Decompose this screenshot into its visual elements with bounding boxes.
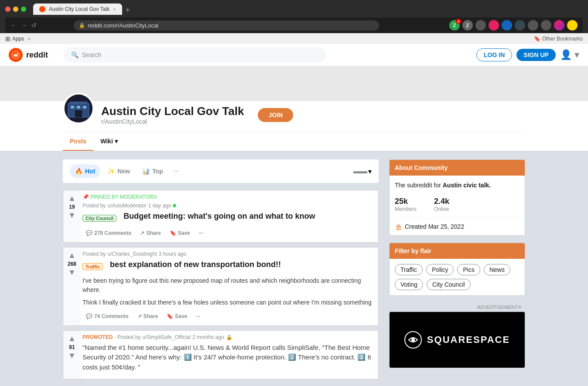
join-button[interactable]: JOIN: [258, 108, 293, 122]
post-promoted-text[interactable]: "Named the #1 home security...again! U.S…: [82, 343, 375, 372]
active-tab[interactable]: Austin City Local Gov Talk ×: [33, 3, 122, 15]
extension-8[interactable]: [541, 20, 551, 30]
flair-tag-voting[interactable]: Voting: [395, 279, 423, 290]
more-button-2[interactable]: ···: [192, 311, 204, 322]
sort-bar: 🔥 Hot ✨ New 📊 Top ··· ▬▬ ▾: [63, 159, 379, 183]
comments-icon-2: 💬: [86, 313, 92, 319]
save-label-2: Save: [175, 313, 187, 319]
comments-button-1[interactable]: 💬 279 Comments: [82, 227, 135, 239]
nav-wiki[interactable]: Wiki ▾: [93, 132, 125, 151]
post-author-2[interactable]: u/Charles_Goodnight: [107, 251, 157, 257]
tab-title: Austin City Local Gov Talk: [49, 6, 109, 12]
extension-gold[interactable]: [567, 20, 578, 30]
back-button[interactable]: ←: [10, 22, 17, 29]
extension-7[interactable]: [528, 20, 538, 30]
sort-more-button[interactable]: ···: [170, 164, 183, 179]
user-avatar-extension[interactable]: [554, 20, 564, 30]
sort-top-button[interactable]: 📊 Top: [137, 164, 168, 178]
comments-button-2[interactable]: 💬 74 Comments: [82, 311, 132, 322]
post-title-1[interactable]: Budget meeting: what's going on and what…: [123, 211, 315, 221]
url-bar[interactable]: 🔒 reddit.com/r/AustinCityLocal: [74, 20, 379, 30]
post-card-2: ▲ 268 ▼ Posted by u/Charles_Goodnight 3 …: [63, 247, 379, 325]
maximize-button[interactable]: [21, 7, 26, 12]
flair-tag-pics[interactable]: Pics: [457, 264, 480, 275]
downvote-button-1[interactable]: ▼: [68, 211, 76, 220]
more-icon-1: ···: [199, 230, 203, 236]
new-tab-button[interactable]: +: [126, 6, 130, 15]
share-button-2[interactable]: ↗ Share: [134, 311, 161, 322]
flair-tag-news[interactable]: News: [484, 264, 510, 275]
post-vote-2: ▲ 268 ▼: [63, 247, 81, 325]
bookmarks-more[interactable]: »: [27, 36, 31, 42]
search-icon: 🔍: [71, 51, 79, 58]
post-author-1[interactable]: u/AutoModerator: [107, 203, 146, 209]
downvote-button-2[interactable]: ▼: [68, 268, 76, 277]
extension-2[interactable]: Z: [462, 20, 473, 30]
post-title-2[interactable]: best explanation of new transportation b…: [110, 260, 281, 270]
login-button[interactable]: LOG IN: [476, 48, 512, 61]
save-button-2[interactable]: 🔖 Save: [163, 311, 191, 322]
flair-tag-policy[interactable]: Policy: [426, 264, 454, 275]
vote-count-1: 19: [69, 204, 75, 210]
apps-grid-icon: ⊞: [5, 35, 10, 42]
extension-5[interactable]: [502, 20, 512, 30]
lock-emoji: 🔒: [226, 334, 232, 340]
post-body-3: PROMOTED · Posted by u/SimpliSafe_Offici…: [81, 331, 378, 379]
post-author-3[interactable]: u/SimpliSafe_Official: [142, 334, 191, 340]
upvote-button-2[interactable]: ▲: [68, 251, 76, 260]
upvote-button-3[interactable]: ▲: [68, 334, 76, 343]
post-flair-2[interactable]: Traffic: [82, 263, 103, 270]
sort-hot-button[interactable]: 🔥 Hot: [70, 164, 100, 178]
ad-card[interactable]: SQUARESPACE: [389, 312, 525, 368]
extension-3[interactable]: [475, 20, 486, 30]
forward-button[interactable]: →: [21, 22, 27, 29]
reddit-logo[interactable]: reddit: [9, 48, 48, 62]
upvote-button-1[interactable]: ▲: [68, 194, 76, 203]
downvote-button-3[interactable]: ▼: [68, 351, 76, 360]
online-stat: 2.4k Online: [434, 197, 449, 212]
user-menu-icon[interactable]: 👤 ▾: [560, 49, 579, 61]
post-time-2: 3 hours ago: [159, 251, 186, 257]
main-content: 🔥 Hot ✨ New 📊 Top ··· ▬▬ ▾ ▲ 19 ▼: [54, 159, 534, 384]
svg-rect-12: [83, 106, 86, 108]
created-label: Created Mar 25, 2022: [405, 223, 464, 230]
url-text: reddit.com/r/AustinCityLocal: [88, 22, 158, 29]
minimize-button[interactable]: [13, 7, 18, 12]
post-author-meta-3: PROMOTED · Posted by u/SimpliSafe_Offici…: [82, 334, 375, 340]
share-label-2: Share: [144, 313, 158, 319]
other-bookmarks-label: Other Bookmarks: [542, 36, 583, 42]
post-flair-1[interactable]: City Council: [82, 215, 116, 222]
extension-6[interactable]: [515, 20, 525, 30]
save-button-1[interactable]: 🔖 Save: [166, 227, 194, 239]
apps-bookmark[interactable]: ⊞ Apps: [5, 35, 24, 42]
other-bookmarks[interactable]: 🔖 Other Bookmarks: [534, 36, 583, 42]
refresh-button[interactable]: ↺: [31, 22, 37, 29]
sort-view: ▬▬ ▾: [354, 165, 372, 177]
tab-close-button[interactable]: ×: [113, 7, 116, 12]
flair-tag-city-council[interactable]: City Council: [427, 279, 471, 290]
online-value: 2.4k: [434, 197, 449, 206]
reddit-header: reddit 🔍 Search LOG IN SIGN UP 👤 ▾: [0, 44, 588, 66]
vote-count-2: 268: [68, 261, 76, 267]
svg-point-5: [17, 53, 18, 54]
post-by-label-2: Posted by: [82, 251, 106, 257]
signup-button[interactable]: SIGN UP: [516, 49, 556, 61]
card-view-icon[interactable]: ▬▬: [354, 165, 366, 177]
close-button[interactable]: [5, 7, 10, 12]
online-label: Online: [434, 206, 449, 212]
post-body-1: 📌 PINNED BY MODERATORS Posted by u/AutoM…: [81, 190, 378, 242]
extension-1[interactable]: Z3: [449, 20, 460, 30]
svg-rect-11: [77, 106, 80, 108]
pinned-label: PINNED BY MODERATORS: [90, 194, 157, 200]
more-button-1[interactable]: ···: [195, 227, 207, 239]
search-bar[interactable]: 🔍 Search: [64, 47, 325, 62]
extension-4[interactable]: [489, 20, 499, 30]
header-actions: LOG IN SIGN UP 👤 ▾: [476, 48, 579, 61]
nav-posts[interactable]: Posts: [63, 132, 93, 151]
sort-new-button[interactable]: ✨ New: [102, 164, 135, 178]
share-button-1[interactable]: ↗ Share: [137, 227, 164, 239]
browser-chrome: Austin City Local Gov Talk × + ← → ↺ 🔒 r…: [0, 0, 588, 33]
ad-close-icon[interactable]: ✕: [518, 305, 522, 310]
flair-tag-traffic[interactable]: Traffic: [395, 264, 423, 275]
subreddit-title: Austin City Local Gov Talk: [101, 105, 244, 118]
